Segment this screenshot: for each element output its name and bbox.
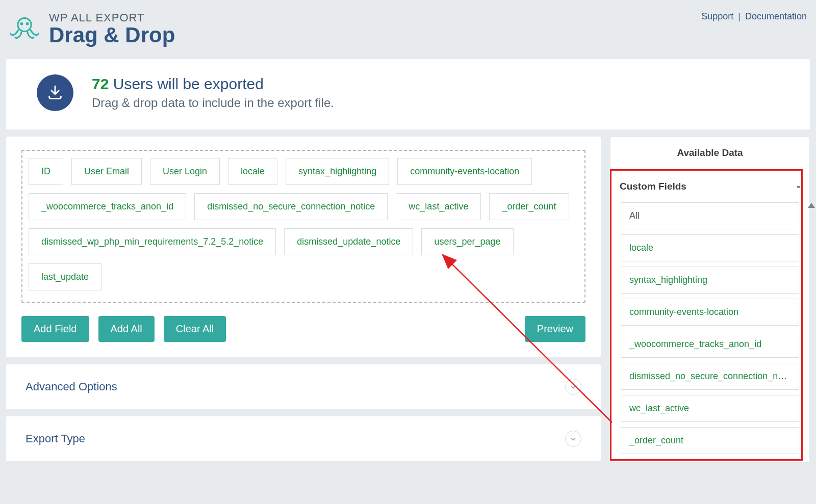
export-field-chip[interactable]: dismissed_no_secure_connection_notice bbox=[194, 193, 388, 220]
advanced-options-title: Advanced Options bbox=[26, 380, 565, 393]
export-field-chip[interactable]: _order_count bbox=[489, 193, 569, 220]
advanced-options-section[interactable]: Advanced Options bbox=[6, 364, 601, 409]
available-field-item[interactable]: wc_last_active bbox=[621, 395, 799, 422]
svg-point-2 bbox=[26, 22, 29, 25]
drop-area[interactable]: IDUser EmailUser Loginlocalesyntax_highl… bbox=[21, 150, 585, 303]
export-type-title: Export Type bbox=[26, 432, 565, 445]
title-stack: WP ALL EXPORT Drag & Drop bbox=[49, 11, 175, 46]
export-field-chip[interactable]: User Login bbox=[150, 158, 220, 185]
chevron-down-icon bbox=[565, 379, 581, 395]
export-field-chip[interactable]: _woocommerce_tracks_anon_id bbox=[29, 193, 186, 220]
export-download-icon bbox=[37, 74, 73, 111]
documentation-link[interactable]: Documentation bbox=[745, 11, 807, 21]
export-field-chip[interactable]: dismissed_update_notice bbox=[284, 228, 413, 255]
link-separator: | bbox=[738, 11, 741, 21]
header-links: Support | Documentation bbox=[701, 11, 807, 22]
scrollbar-up-arrow-icon[interactable] bbox=[808, 203, 815, 208]
export-field-chip[interactable]: wc_last_active bbox=[396, 193, 481, 220]
export-field-chip[interactable]: User Email bbox=[71, 158, 142, 185]
export-field-chip[interactable]: syntax_highlighting bbox=[286, 158, 389, 185]
preview-button[interactable]: Preview bbox=[525, 316, 585, 342]
available-field-item[interactable]: locale bbox=[621, 234, 799, 261]
clear-all-button[interactable]: Clear All bbox=[164, 316, 226, 342]
add-all-button[interactable]: Add All bbox=[98, 316, 155, 342]
export-field-chip[interactable]: dismissed_wp_php_min_requirements_7.2_5.… bbox=[29, 228, 276, 255]
svg-point-0 bbox=[18, 18, 31, 31]
page-header: WP ALL EXPORT Drag & Drop Support | Docu… bbox=[0, 0, 816, 59]
page-title: Drag & Drop bbox=[49, 24, 175, 46]
brand-block: WP ALL EXPORT Drag & Drop bbox=[9, 11, 175, 46]
octopus-logo-icon bbox=[9, 13, 40, 44]
builder-actions: Add Field Add All Clear All Preview bbox=[21, 316, 585, 342]
custom-fields-list: Alllocalesyntax_highlightingcommunity-ev… bbox=[610, 200, 809, 462]
available-field-item[interactable]: _woocommerce_tracks_anon_id bbox=[621, 331, 799, 358]
available-field-all[interactable]: All bbox=[621, 202, 799, 229]
export-field-chip[interactable]: ID bbox=[29, 158, 63, 185]
export-field-chip[interactable]: locale bbox=[228, 158, 277, 185]
available-data-sidebar: Available Data Custom Fields - Alllocale… bbox=[610, 137, 810, 463]
custom-fields-label: Custom Fields bbox=[620, 181, 686, 192]
collapse-toggle-icon: - bbox=[797, 180, 800, 192]
available-field-item[interactable]: _order_count bbox=[621, 427, 799, 454]
svg-point-1 bbox=[20, 22, 23, 25]
sidebar-title: Available Data bbox=[610, 137, 809, 171]
summary-text: 72 Users will be exported Drag & drop da… bbox=[92, 75, 334, 110]
export-subtext: Drag & drop data to include in the expor… bbox=[92, 96, 334, 110]
available-field-item[interactable]: syntax_highlighting bbox=[621, 267, 799, 294]
available-field-item[interactable]: community-events-location bbox=[621, 299, 799, 326]
export-count: 72 bbox=[92, 75, 109, 92]
field-builder-panel: IDUser EmailUser Loginlocalesyntax_highl… bbox=[6, 137, 601, 357]
export-type-section[interactable]: Export Type bbox=[6, 416, 601, 461]
chevron-down-icon bbox=[565, 431, 581, 447]
custom-fields-group-header[interactable]: Custom Fields - bbox=[610, 171, 809, 200]
support-link[interactable]: Support bbox=[701, 11, 733, 21]
export-headline: Users will be exported bbox=[113, 75, 264, 92]
export-field-chip[interactable]: users_per_page bbox=[421, 228, 513, 255]
available-field-item[interactable]: dismissed_no_secure_connection_notice bbox=[621, 363, 799, 390]
export-field-chip[interactable]: last_update bbox=[29, 263, 101, 290]
export-field-chip[interactable]: community-events-location bbox=[397, 158, 532, 185]
export-summary-panel: 72 Users will be exported Drag & drop da… bbox=[6, 59, 810, 129]
add-field-button[interactable]: Add Field bbox=[21, 316, 89, 342]
